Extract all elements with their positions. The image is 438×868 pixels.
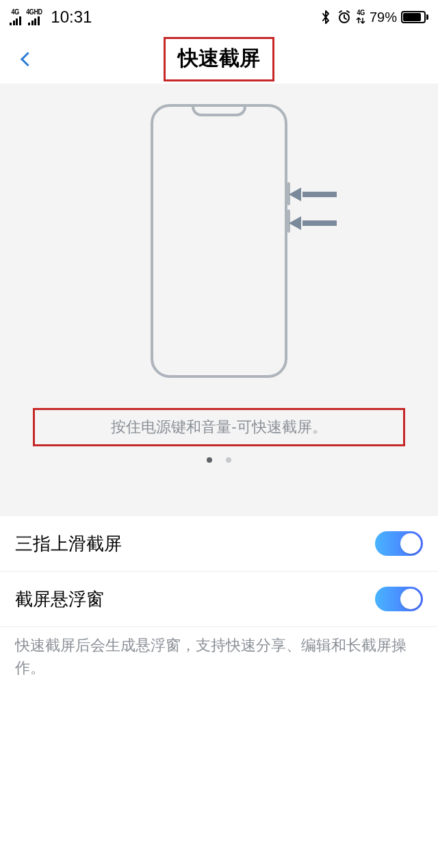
arrow-icon [296,216,337,230]
signal-1-label: 4G [12,9,19,16]
signal-bars-icon [28,16,40,25]
page-indicator[interactable] [0,457,438,463]
title-highlight-box: 快速截屏 [164,37,274,81]
data-indicator: 4G [356,10,365,25]
hint-text: 按住电源键和音量-可快速截屏。 [111,418,326,435]
status-right: 4G 79% [319,10,428,25]
setting-label: 三指上滑截屏 [15,532,122,556]
signal-bars-icon [10,16,21,25]
phone-outline-icon [151,104,287,378]
settings-list: 三指上滑截屏 截屏悬浮窗 快速截屏后会生成悬浮窗，支持快速分享、编辑和长截屏操作… [0,516,438,700]
setting-label: 截屏悬浮窗 [15,587,104,611]
data-arrows-icon [356,16,365,25]
signal-2-label: 4GHD [26,9,42,16]
back-button[interactable] [14,45,41,73]
toggle-knob-icon [400,589,421,609]
signal-2: 4GHD [25,9,43,25]
page-dot-1[interactable] [226,457,231,463]
phone-notch-icon [192,107,246,116]
signal-1: 4G [10,9,21,25]
page-title: 快速截屏 [178,47,260,69]
setting-row-floating-window[interactable]: 截屏悬浮窗 [0,572,438,627]
phone-illustration [0,104,438,392]
section-spacer [0,475,438,516]
hint-highlight-box: 按住电源键和音量-可快速截屏。 [33,408,405,446]
alarm-icon [337,10,352,25]
page-dot-0[interactable] [207,457,212,463]
toggle-three-finger[interactable] [375,531,423,556]
data-label: 4G [357,10,364,16]
illustration-area[interactable]: 按住电源键和音量-可快速截屏。 [0,84,438,475]
toggle-knob-icon [400,533,421,554]
battery-percent: 79% [370,10,397,25]
setting-row-three-finger[interactable]: 三指上滑截屏 [0,516,438,572]
battery-icon [401,11,428,23]
toggle-floating-window[interactable] [375,587,423,611]
page-header: 快速截屏 [0,34,438,84]
arrow-icon [296,188,337,201]
status-time: 10:31 [51,8,92,27]
bluetooth-icon [319,10,333,25]
status-bar: 4G 4GHD 10:31 4G 79% [0,0,438,34]
chevron-left-icon [20,51,34,66]
status-left: 4G 4GHD 10:31 [10,8,92,27]
settings-description: 快速截屏后会生成悬浮窗，支持快速分享、编辑和长截屏操作。 [0,627,438,700]
